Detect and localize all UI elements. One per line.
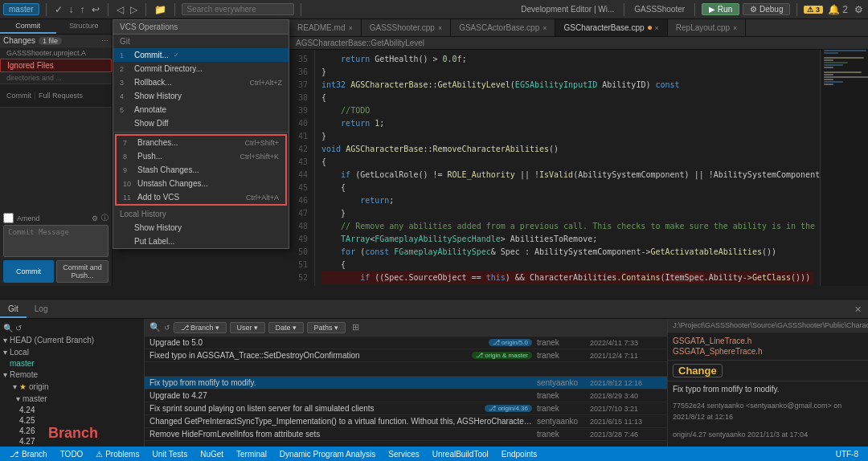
tab-commit[interactable]: Commit xyxy=(0,19,56,34)
user-filter-btn[interactable]: User ▾ xyxy=(230,322,265,333)
vcs-label-stash: Stash Changes... xyxy=(137,165,199,174)
project-file-item[interactable]: GASSShooter.uproject.A xyxy=(0,47,112,59)
log-date-1: 2021/12/4 7:11 xyxy=(590,352,662,360)
forward-icon[interactable]: ▷ xyxy=(129,4,139,15)
branch-4-24[interactable]: 4.24 xyxy=(3,405,141,415)
run-button[interactable]: ▶ Run xyxy=(702,3,739,15)
log-row-5[interactable]: Fix sprint sound playing on listen serve… xyxy=(145,402,667,415)
bottom-panel-close[interactable]: ✕ xyxy=(848,301,868,318)
vcs-item-show-diff[interactable]: Show Diff xyxy=(113,116,289,130)
branch-filter-btn[interactable]: ⎇ Branch ▾ xyxy=(174,322,227,333)
local-section[interactable]: ▾ Local xyxy=(3,346,141,358)
vcs-item-rollback[interactable]: 3 Rollback... Ctrl+Alt+Z xyxy=(113,75,289,89)
tab-gsasactor[interactable]: GSASCActorBase.cpp × xyxy=(451,19,555,36)
rollback-icon[interactable]: ↩ xyxy=(90,4,101,15)
status-endpoints[interactable]: Endpoints xyxy=(498,447,540,461)
code-line-53: for (const FGameplayAbilitySpec& Spec : … xyxy=(321,246,813,259)
tab-gsasactor-close[interactable]: × xyxy=(542,24,547,32)
local-changes-tab[interactable]: Commit xyxy=(3,92,35,100)
log-row-6[interactable]: Changed GetPreInteractSyncType_Implement… xyxy=(145,415,667,428)
branch-master-local[interactable]: master xyxy=(3,358,141,369)
vcs-item-push[interactable]: 8 Push... Ctrl+Shift+K xyxy=(117,149,285,163)
tab-structure[interactable]: Structure xyxy=(56,19,113,34)
origin-master-section[interactable]: ▾ master xyxy=(3,393,141,405)
full-requests-tab[interactable]: Full Requests xyxy=(35,92,86,100)
log-author-5: tranek xyxy=(537,404,585,413)
ignored-files-item[interactable]: Ignored Files xyxy=(0,59,112,72)
commit-icon[interactable]: ✓ xyxy=(53,4,64,15)
vcs-item-commit-dir[interactable]: 2 Commit Directory... xyxy=(113,62,289,75)
editor-tabs: README.md × GASSShooter.cpp × GSASCActor… xyxy=(289,19,868,37)
status-problems[interactable]: ⚠ Problems xyxy=(92,447,142,461)
tab-git[interactable]: Git xyxy=(0,301,27,318)
tab-gassshooter-close[interactable]: × xyxy=(438,24,442,32)
vcs-num-7: 7 xyxy=(123,139,133,147)
status-terminal[interactable]: Terminal xyxy=(233,447,270,461)
log-row-4[interactable]: Upgrade to 4.27 tranek 2021/8/29 3:40 xyxy=(145,390,667,402)
vcs-item-show-history[interactable]: 4 Show History xyxy=(113,89,289,103)
origin-section[interactable]: ▾ ★ origin xyxy=(3,381,141,393)
code-line-39: { xyxy=(321,92,813,104)
branch-selector[interactable]: master xyxy=(3,3,39,15)
vcs-item-branches[interactable]: 7 Branches... Ctrl+Shift+ xyxy=(117,136,285,149)
tab-gscharacter-close[interactable]: × xyxy=(655,24,659,32)
tab-readme[interactable]: README.md × xyxy=(289,19,362,36)
warning-badge[interactable]: ⚠ 3 xyxy=(804,6,823,14)
log-row-0[interactable]: Upgrade to 5.0 ⎇ origin/5.0 tranek 2022/… xyxy=(145,337,667,349)
filter-toggle[interactable]: ⊞ xyxy=(352,322,359,332)
tab-gassshooter[interactable]: GASSShooter.cpp × xyxy=(362,19,451,36)
status-nuget-label: NuGet xyxy=(200,450,223,459)
amend-settings[interactable]: ⚙ xyxy=(92,214,98,222)
status-services[interactable]: Services xyxy=(385,447,422,461)
search-input[interactable] xyxy=(182,3,294,15)
settings-icon[interactable]: ⚙ xyxy=(853,4,865,15)
tab-readme-close[interactable]: × xyxy=(348,24,352,32)
sidebar-tab-group: Commit Structure xyxy=(0,19,112,35)
commit-message-input[interactable] xyxy=(3,225,108,257)
tab-replayout[interactable]: RepLayout.cpp × xyxy=(668,19,747,36)
notification-bell[interactable]: 🔔 2 xyxy=(826,4,850,15)
file-icon[interactable]: 📁 xyxy=(153,4,168,15)
status-git[interactable]: ⎇ Branch xyxy=(6,447,51,461)
log-row-7[interactable]: Remove HideFromLevelInfos from attribute… xyxy=(145,428,667,441)
tab-replayout-close[interactable]: × xyxy=(733,24,737,32)
commit-push-button[interactable]: Commit and Push... xyxy=(56,260,108,283)
tab-gassshooter-label: GASSShooter.cpp xyxy=(370,23,435,32)
commit-button[interactable]: Commit xyxy=(3,260,54,283)
date-filter-btn[interactable]: Date ▾ xyxy=(268,322,304,333)
vcs-item-unstash[interactable]: 10 Unstash Changes... xyxy=(117,177,285,190)
head-section[interactable]: ▾ HEAD (Current Branch) xyxy=(3,334,141,346)
status-encoding[interactable]: UTF-8 xyxy=(833,447,862,461)
remote-section[interactable]: ▾ Remote xyxy=(3,369,141,381)
vcs-item-commit[interactable]: 1 Commit... ✓ xyxy=(113,48,289,62)
code-lines[interactable]: return GetHealth() > 0.0f; } int32 AGSCh… xyxy=(315,50,820,286)
vcs-item-local-show-history[interactable]: Show History xyxy=(113,221,289,235)
git-file-1[interactable]: GSGATA_LineTrace.h xyxy=(673,336,863,346)
vcs-item-add-vcs[interactable]: 11 Add to VCS Ctrl+Alt+A xyxy=(117,190,285,204)
status-unit-tests[interactable]: Unit Tests xyxy=(149,447,190,461)
status-nuget[interactable]: NuGet xyxy=(197,447,227,461)
back-icon[interactable]: ◁ xyxy=(115,4,125,15)
git-refresh-btn[interactable]: ↺ xyxy=(15,324,22,332)
amend-checkbox[interactable] xyxy=(3,213,14,223)
paths-filter-btn[interactable]: Paths ▾ xyxy=(307,322,346,333)
toolbar-separator-5 xyxy=(301,3,301,16)
changes-header: Changes 1 file ⋯ xyxy=(0,35,112,47)
vcs-item-put-label[interactable]: Put Label... xyxy=(113,235,289,248)
update-icon[interactable]: ↓ xyxy=(68,4,76,15)
status-todo[interactable]: TODO xyxy=(57,447,87,461)
vcs-item-stash[interactable]: 9 Stash Changes... xyxy=(117,163,285,177)
log-row-1[interactable]: Fixed typo in AGSGATA_Trace::SetDestroyO… xyxy=(145,349,667,362)
git-file-2[interactable]: GSGATA_SphereTrace.h xyxy=(673,346,863,357)
log-row-3[interactable]: Fix typo from mofify to modify. sentyaan… xyxy=(145,377,667,390)
vcs-item-annotate[interactable]: 5 Annotate xyxy=(113,103,289,116)
tab-gscharacter[interactable]: GSCharacterBase.cpp × xyxy=(555,19,667,36)
log-row-2[interactable] xyxy=(145,362,667,377)
tab-log[interactable]: Log xyxy=(27,301,56,318)
debug-button[interactable]: ⚙ Debug xyxy=(743,3,790,15)
code-line-41: return 1; xyxy=(321,117,813,130)
push-icon[interactable]: ↑ xyxy=(79,4,87,15)
status-dynamic-analysis[interactable]: Dynamic Program Analysis xyxy=(276,447,379,461)
status-unreal[interactable]: UnrealBuildTool xyxy=(429,447,492,461)
changes-more[interactable]: ⋯ xyxy=(101,37,108,45)
